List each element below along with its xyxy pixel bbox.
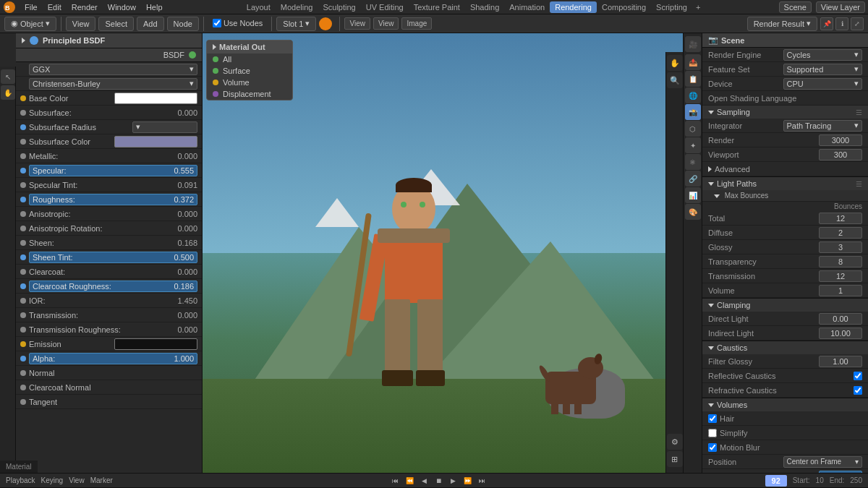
play-back-btn[interactable]: ◀ <box>419 475 430 487</box>
view-btn[interactable]: View <box>66 17 96 31</box>
feature-set-dropdown[interactable]: Supported ▾ <box>783 64 863 75</box>
advanced-label[interactable]: Advanced <box>715 165 750 174</box>
render-engine-dropdown[interactable]: Cycles ▾ <box>783 49 863 61</box>
volume-input[interactable] <box>819 285 862 296</box>
tab-compositing[interactable]: Compositing <box>597 1 651 13</box>
ior-socket[interactable] <box>20 298 26 304</box>
pin-icon[interactable]: 📌 <box>820 17 833 30</box>
play-btn[interactable]: ▶ <box>448 475 459 487</box>
base-color-socket[interactable] <box>20 95 26 101</box>
sheen-socket[interactable] <box>20 240 26 246</box>
caustics-header[interactable]: Caustics <box>702 341 868 354</box>
normal-socket[interactable] <box>20 370 26 376</box>
transparency-input[interactable] <box>819 256 862 267</box>
clearcoat-normal-socket[interactable] <box>20 385 26 390</box>
menu-edit[interactable]: Edit <box>43 1 66 13</box>
sampling-menu-icon[interactable]: ☰ <box>856 108 862 116</box>
use-nodes-toggle[interactable]: Use Nodes <box>208 14 267 33</box>
object-tab-icon[interactable]: ⬡ <box>685 121 701 137</box>
base-color-picker[interactable] <box>114 93 198 104</box>
select-btn[interactable]: Select <box>98 17 134 31</box>
aniso-rot-socket[interactable] <box>20 226 26 231</box>
scene-tab-icon[interactable]: 🎥 <box>685 36 701 52</box>
mat-all-socket[interactable] <box>213 56 218 62</box>
select-tool-icon[interactable]: ↖ <box>1 69 15 84</box>
sheen-tint-slider[interactable]: Sheen Tint: 0.500 <box>29 252 197 263</box>
simplify-checkbox[interactable] <box>708 429 717 437</box>
vp-view-btn[interactable]: View <box>344 17 370 30</box>
distribution-dropdown[interactable]: GGX ▾ <box>29 64 197 75</box>
specular-tint-socket[interactable] <box>20 182 26 188</box>
vp-image-btn[interactable]: Image <box>401 17 432 30</box>
mat-collapse-icon[interactable] <box>213 44 216 50</box>
hair-checkbox[interactable] <box>708 414 717 423</box>
clearcoat-socket[interactable] <box>20 269 26 275</box>
menu-help[interactable]: Help <box>142 1 167 13</box>
metallic-socket[interactable] <box>20 153 26 159</box>
menu-render[interactable]: Render <box>67 1 102 13</box>
step-back-btn[interactable]: ⏪ <box>404 475 416 487</box>
view-mode-btn[interactable]: ◉ Object ▾ <box>4 17 56 31</box>
viewport-settings-icon[interactable]: ⚙ <box>667 434 683 450</box>
tab-texture-paint[interactable]: Texture Paint <box>409 1 465 13</box>
view-layer-dropdown[interactable]: View Layer <box>816 1 865 13</box>
position-dropdown[interactable]: Center on Frame ▾ <box>783 456 863 468</box>
sheen-tint-socket[interactable] <box>20 254 26 260</box>
current-frame-display[interactable]: 92 <box>765 475 787 487</box>
tab-shading[interactable]: Shading <box>465 1 504 13</box>
tab-rendering[interactable]: Rendering <box>550 1 597 13</box>
max-bounces-expand-icon[interactable] <box>714 194 720 198</box>
refractive-caustics-checkbox[interactable] <box>854 386 862 395</box>
roughness-socket[interactable] <box>20 197 26 202</box>
reflective-caustics-checkbox[interactable] <box>854 372 862 380</box>
motion-blur-checkbox[interactable] <box>708 443 717 452</box>
stop-btn[interactable]: ⏹ <box>433 475 445 487</box>
render-tab-icon[interactable]: 📸 <box>685 104 701 120</box>
menu-window[interactable]: Window <box>103 1 140 13</box>
anisotropic-socket[interactable] <box>20 211 26 217</box>
subsurface-color-socket[interactable] <box>20 139 26 145</box>
subsurface-radius-dropdown[interactable]: ▾ <box>132 121 197 133</box>
keying-label[interactable]: Keying <box>41 476 64 484</box>
tangent-socket[interactable] <box>20 399 26 405</box>
transmission-socket[interactable] <box>20 312 26 318</box>
roughness-slider[interactable]: Roughness: 0.372 <box>29 194 197 205</box>
output-tab-icon[interactable]: 📤 <box>685 54 701 70</box>
integrator-dropdown[interactable]: Path Tracing ▾ <box>783 120 863 132</box>
mat-volume-socket[interactable] <box>213 80 218 85</box>
glossy-input[interactable] <box>819 241 862 253</box>
subsurface-color-picker[interactable] <box>114 136 198 147</box>
total-input[interactable] <box>819 213 862 224</box>
emission-socket[interactable] <box>20 341 26 347</box>
render-samples-input[interactable]: 3000 <box>819 134 862 146</box>
scene-props-tab-icon[interactable]: 🌐 <box>685 87 701 103</box>
sampling-header[interactable]: Sampling ☰ <box>702 106 868 119</box>
viewport-samples-input[interactable]: 300 <box>819 149 862 160</box>
hand-navigate-icon[interactable]: ✋ <box>667 55 683 71</box>
vp-view2-btn[interactable]: View <box>373 17 399 30</box>
material-tab-icon[interactable]: 🎨 <box>685 204 701 220</box>
alpha-slider[interactable]: Alpha: 1.000 <box>29 353 197 364</box>
add-btn[interactable]: Add <box>137 17 164 31</box>
alpha-socket[interactable] <box>20 356 26 361</box>
add-workspace-btn[interactable]: + <box>692 1 704 13</box>
node-collapse-btn[interactable] <box>22 38 25 43</box>
end-value[interactable]: 250 <box>850 476 862 484</box>
tab-sculpting[interactable]: Sculpting <box>318 1 360 13</box>
viewfit-icon[interactable]: ⤢ <box>851 17 864 30</box>
emission-color-picker[interactable] <box>114 338 198 350</box>
menu-file[interactable]: File <box>20 1 42 13</box>
step-fwd-btn[interactable]: ⏩ <box>462 475 474 487</box>
jump-start-btn[interactable]: ⏮ <box>390 475 401 487</box>
view-label[interactable]: View <box>69 476 85 484</box>
jump-end-btn[interactable]: ⏭ <box>477 475 488 487</box>
mat-surface-socket[interactable] <box>213 68 218 74</box>
tab-layout[interactable]: Layout <box>242 1 276 13</box>
tab-uv-editing[interactable]: UV Editing <box>361 1 409 13</box>
tab-animation[interactable]: Animation <box>504 1 550 13</box>
transmission-input[interactable] <box>819 270 862 282</box>
view-layer-tab-icon[interactable]: 📋 <box>685 71 701 87</box>
specular-socket[interactable] <box>20 168 26 174</box>
particles-tab-icon[interactable]: ✦ <box>685 137 701 153</box>
tab-scripting[interactable]: Scripting <box>651 1 692 13</box>
